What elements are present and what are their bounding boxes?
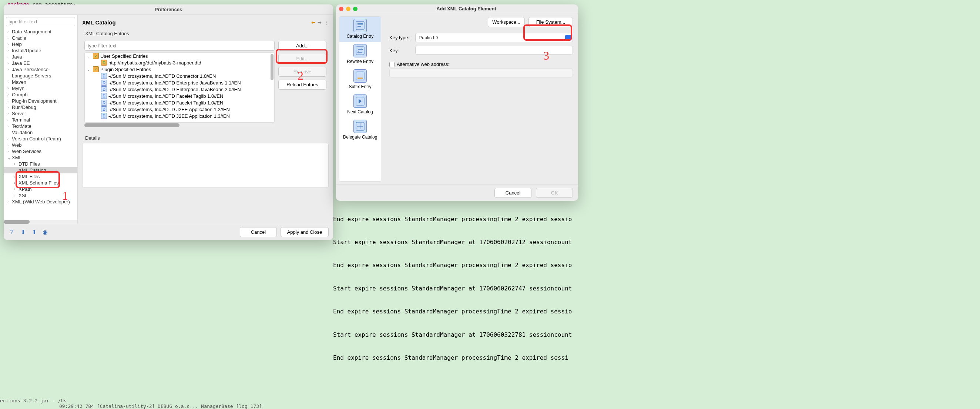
preferences-title: Preferences [4,5,333,15]
add-button[interactable]: Add... [278,41,326,51]
tree-item-mylyn[interactable]: ›Mylyn [4,85,77,91]
add-catalog-title: Add XML Catalog Element [358,6,575,11]
import-icon[interactable]: ⬇ [19,228,27,236]
type-rewrite-entry[interactable]: Rewrite Entry [339,42,381,67]
zoom-icon[interactable] [353,7,358,11]
tree-item-oomph[interactable]: ›Oomph [4,91,77,98]
nav-arrows: ⬅ ➡ ⋮ [311,20,329,25]
tree-item-java[interactable]: ›Java [4,54,77,60]
type-delegate-catalog[interactable]: Delegate Catalog [339,117,381,143]
entry-leaf[interactable]: D-//Sun Microsystems, Inc.//DTD Enterpri… [85,79,274,86]
sidebar-filter-input[interactable] [6,17,75,26]
nav-back-icon[interactable]: ⬅ [311,20,315,25]
tree-item-version-control[interactable]: ›Version Control (Team) [4,136,77,142]
entries-vscroll[interactable] [270,54,274,80]
entry-leaf[interactable]: Dhttp://mybatis.org/dtd/mybatis-3-mapper… [85,59,274,66]
nav-forward-icon[interactable]: ➡ [318,20,321,25]
window-controls[interactable] [339,7,358,11]
preferences-dialog: Preferences ›Data Management ›Gradle ›He… [4,5,333,240]
tree-item-java-persistence[interactable]: ›Java Persistence [4,66,77,73]
tree-item-data-management[interactable]: ›Data Management [4,29,77,35]
catalog-entry-icon [353,19,367,32]
keytype-label: Key type: [389,35,412,40]
entry-leaf[interactable]: D-//Sun Microsystems, Inc.//DTD Enterpri… [85,86,274,93]
tree-item-xml-schema-files[interactable]: ›XML Schema Files [4,180,77,186]
help-icon[interactable]: ? [8,228,16,236]
key-label: Key: [389,48,412,53]
page-title: XML Catalog [82,19,116,26]
entry-leaf[interactable]: D-//Sun Microsystems, Inc.//DTD Facelet … [85,99,274,106]
entry-leaf[interactable]: D-//Sun Microsystems, Inc.//DTD J2EE App… [85,113,274,119]
sidebar-hscroll[interactable] [4,220,77,224]
annotation-number-1: 1 [62,189,68,203]
tree-item-textmate[interactable]: ›TextMate [4,123,77,129]
entries-panel: ⌄✓User Specified Entries Dhttp://mybatis… [82,38,329,129]
edit-button[interactable]: Edit... [278,54,326,64]
tree-item-server[interactable]: ›Server [4,110,77,117]
keytype-select[interactable]: Public ID [415,33,573,42]
tree-item-web[interactable]: ›Web [4,142,77,148]
addcat-cancel-button[interactable]: Cancel [495,188,531,198]
export-icon[interactable]: ⬆ [30,228,38,236]
annotation-number-2: 2 [298,69,304,83]
svg-rect-2 [356,72,364,80]
annotation-number-3: 3 [543,49,549,62]
tree-item-gradle[interactable]: ›Gradle [4,35,77,41]
tree-item-run-debug[interactable]: ›Run/Debug [4,104,77,110]
entries-filter-input[interactable] [84,41,275,51]
entries-label: XML Catalog Entries [85,31,329,36]
rewrite-entry-icon [353,44,367,58]
entries-hscroll[interactable] [84,123,275,127]
type-suffix-entry[interactable]: Suffix Entry [339,67,381,92]
element-type-list: Catalog Entry Rewrite Entry Suffix Entry… [339,16,381,182]
status-fragment: ections-3.2.2.jar - /Us 09:29:42 784 [Ca… [0,398,262,409]
entry-leaf[interactable]: D-//Sun Microsystems, Inc.//DTD Facelet … [85,93,274,99]
details-box [82,143,329,187]
details-label: Details [85,135,329,141]
add-catalog-form: Workspace... File System... Key type: Pu… [384,13,578,184]
preferences-body: ›Data Management ›Gradle ›Help ›Install/… [4,15,333,224]
view-menu-icon[interactable]: ⋮ [324,20,329,25]
entry-leaf[interactable]: D-//Sun Microsystems, Inc.//DTD J2EE App… [85,106,274,113]
delegate-catalog-icon [353,120,367,133]
tree-item-install-update[interactable]: ›Install/Update [4,48,77,54]
details-panel: Details [82,134,329,187]
entry-group-user[interactable]: ⌄✓User Specified Entries [85,53,274,59]
apply-close-button[interactable]: Apply and Close [280,227,329,237]
tree-item-xml-catalog[interactable]: XML Catalog [4,167,77,173]
entry-group-plugin[interactable]: ⌄✓Plugin Specified Entries [85,66,274,73]
tree-item-validation[interactable]: Validation [4,129,77,136]
filesystem-button[interactable]: File System... [528,17,573,27]
suffix-entry-icon [353,69,367,83]
altweb-label: Alternative web address: [397,61,449,67]
entries-tree[interactable]: ⌄✓User Specified Entries Dhttp://mybatis… [84,52,275,123]
preferences-main: XML Catalog ⬅ ➡ ⋮ XML Catalog Entries ⌄✓… [78,15,333,224]
tree-item-terminal[interactable]: ›Terminal [4,117,77,123]
close-icon[interactable] [339,7,344,11]
svg-rect-0 [356,21,364,30]
tree-item-xml-files[interactable]: ›XML Files [4,173,77,180]
minimize-icon[interactable] [346,7,350,11]
tree-item-plugin-dev[interactable]: ›Plug-in Development [4,98,77,104]
tree-item-web-services[interactable]: ›Web Services [4,148,77,155]
preferences-footer: ? ⬇ ⬆ ◉ Cancel Apply and Close [4,224,333,240]
workspace-button[interactable]: Workspace... [488,17,525,27]
altweb-checkbox[interactable] [389,62,395,67]
type-next-catalog[interactable]: Next Catalog [339,92,381,117]
console-output: End expire sessions StandardManager proc… [333,200,572,370]
tree-item-xml[interactable]: ⌄XML [4,155,77,161]
altweb-input [389,69,573,77]
tree-item-help[interactable]: ›Help [4,41,77,48]
tree-item-dtd-files[interactable]: ›DTD Files [4,161,77,167]
tree-item-language-servers[interactable]: Language Servers [4,73,77,79]
cancel-button[interactable]: Cancel [240,227,277,237]
key-input[interactable] [415,46,573,55]
tree-item-maven[interactable]: ›Maven [4,79,77,85]
next-catalog-icon [353,94,367,108]
tree-item-java-ee[interactable]: ›Java EE [4,60,77,66]
svg-rect-1 [356,47,364,55]
record-icon[interactable]: ◉ [41,228,49,236]
addcat-ok-button[interactable]: OK [536,188,573,198]
entry-leaf[interactable]: D-//Sun Microsystems, Inc.//DTD Connecto… [85,73,274,79]
type-catalog-entry[interactable]: Catalog Entry [339,17,381,42]
